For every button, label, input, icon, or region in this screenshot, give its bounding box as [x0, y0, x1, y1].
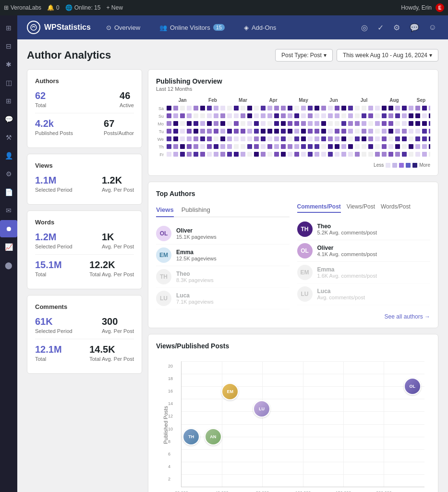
heatmap-table: Jan Feb Mar Apr May Jun Jul Aug Sep Oct — [156, 98, 430, 159]
scatter-point-ana[interactable]: AN — [205, 428, 222, 445]
author-info: Theo 5.2K Avg. comments/post — [317, 223, 377, 235]
admin-bar-new[interactable]: + New — [106, 4, 122, 11]
legend-cell-3 — [399, 163, 404, 168]
author-info: Emma 12.5K pageviews — [176, 249, 217, 261]
author-info: Oliver 15.1K pageviews — [176, 227, 217, 240]
author-name: Theo — [176, 271, 214, 277]
comments-total-avg: 14.5K Total Avg. Per Post — [89, 344, 134, 362]
author-stat: 5.2K Avg. comments/post — [317, 230, 377, 235]
list-item: TH Theo 5.2K Avg. comments/post — [297, 219, 431, 240]
sidebar-icon-pin[interactable]: ✱ — [0, 56, 17, 73]
scatter-chart-title: Views/Published Posts — [156, 342, 430, 350]
scatter-point-theo[interactable]: TH — [182, 428, 200, 445]
avatar: OL — [297, 243, 313, 258]
admin-bar-site[interactable]: ⊞ VeronaLabs — [4, 4, 41, 11]
authors-published: 4.2k Published Posts — [35, 118, 73, 136]
author-name: Emma — [317, 266, 377, 273]
right-panel: Publishing Overview Last 12 Months Jan F… — [148, 69, 438, 492]
legend-cell-2 — [392, 163, 397, 168]
words-total-avg-label: Total Avg. Per Post — [89, 271, 134, 277]
authors-published-label: Published Posts — [35, 130, 73, 136]
views-selected: 1.1M Selected Period — [35, 175, 73, 193]
gear-icon[interactable]: ⚙ — [391, 21, 402, 34]
plugin-header: WPStatistics ⊙ Overview 👥 Online Visitor… — [17, 15, 448, 39]
sidebar-icon-dashboard[interactable]: ⊟ — [0, 37, 17, 55]
words-bottom-row: 15.1M Total 12.2K Total Avg. Per Post — [35, 259, 134, 277]
sidebar-icon-pages[interactable]: 📄 — [0, 184, 17, 201]
legend-cell-5 — [412, 163, 417, 168]
plugin-logo[interactable]: WPStatistics — [27, 21, 91, 34]
sidebar-icon-user[interactable]: 👤 — [0, 147, 17, 164]
authors-published-value: 4.2k — [35, 118, 73, 129]
check-circle-icon[interactable]: ✓ — [375, 21, 386, 34]
admin-bar-notifications[interactable]: 🔔 0 — [47, 4, 60, 11]
words-total: 15.1M Total — [35, 259, 62, 277]
y-tick: 6 — [168, 452, 170, 456]
author-stat: 1.6K Avg. comments/post — [317, 273, 377, 279]
date-range-filter[interactable]: This week Aug 10 - Aug 16, 2024 ▾ — [337, 49, 438, 62]
admin-bar: ⊞ VeronaLabs 🔔 0 🌐 Online: 15 + New Howd… — [0, 0, 448, 15]
chevron-down-icon: ▾ — [324, 52, 327, 59]
scatter-chart-container: Published Posts — [156, 357, 430, 492]
sidebar-icon-grid[interactable]: ⊞ — [0, 92, 17, 110]
words-selected: 1.2M Selected Period — [35, 232, 73, 249]
heatmap-legend: Less More — [156, 162, 430, 168]
tab-views-post[interactable]: Views/Post — [347, 203, 375, 213]
sidebar-icon-tools[interactable]: ⚙ — [0, 165, 17, 183]
words-total-label: Total — [35, 271, 62, 277]
words-avg-label: Avg. Per Post — [102, 244, 134, 249]
words-card: Words 1.2M Selected Period 1K Avg. Per P… — [27, 210, 142, 289]
scatter-point-oliver[interactable]: OL — [404, 378, 421, 395]
nav-online-visitors[interactable]: 👥 Online Visitors 15 — [156, 22, 229, 33]
sidebar-icon-chart[interactable]: 📈 — [0, 238, 17, 256]
sidebar-icon-dot[interactable]: ⬤ — [0, 257, 17, 274]
comments-total: 12.1M Total — [35, 344, 62, 362]
nav-addons[interactable]: ◈ Add-Ons — [240, 22, 280, 33]
tab-comments-post[interactable]: Comments/Post — [297, 203, 341, 213]
y-tick: 14 — [168, 401, 173, 406]
post-type-filter[interactable]: Post Type: Post ▾ — [275, 49, 333, 62]
authors-card: Authors 62 Total 46 Active 4.2k Publi — [27, 69, 142, 148]
see-all-authors-link[interactable]: See all authors → — [156, 313, 430, 320]
authors-total-value: 62 — [35, 90, 46, 101]
comments-card: Comments 61K Selected Period 300 Avg. Pe… — [27, 295, 142, 374]
sidebar-icon-stats[interactable]: ◫ — [0, 74, 17, 91]
tab-views[interactable]: Views — [156, 203, 174, 217]
legend-cell-4 — [406, 163, 411, 168]
sidebar-icon-circle[interactable]: ⏺ — [0, 220, 17, 237]
sidebar-icon-wordpress[interactable]: ⊞ — [0, 19, 17, 37]
chat-icon[interactable]: 💬 — [408, 21, 421, 34]
top-authors-right: Comments/Post Views/Post Words/Post TH T… — [297, 203, 431, 309]
comments-selected-label: Selected Period — [35, 328, 73, 334]
scatter-point-emma[interactable]: EM — [221, 383, 239, 400]
author-info: Luca 7.1K pageviews — [176, 292, 214, 305]
words-total-avg: 12.2K Total Avg. Per Post — [89, 259, 134, 277]
y-tick: 16 — [168, 389, 173, 394]
smile-icon[interactable]: ☺ — [427, 21, 438, 34]
users-icon: 👥 — [159, 24, 167, 31]
list-item: LU Luca Avg. comments/post — [297, 283, 431, 305]
main-content: Author Analytics Post Type: Post ▾ This … — [17, 39, 448, 492]
sidebar-icon-wrench[interactable]: ⚒ — [0, 129, 17, 146]
comments-selected-value: 61K — [35, 316, 73, 327]
y-tick: 10 — [168, 427, 173, 431]
sidebar-icon-comment[interactable]: 💬 — [0, 111, 17, 128]
comments-avg-value: 300 — [102, 316, 134, 327]
tab-publishing[interactable]: Publishing — [182, 203, 210, 217]
views-selected-label: Selected Period — [35, 187, 73, 193]
sidebar-icon-email[interactable]: ✉ — [0, 202, 17, 219]
y-tick: 20 — [168, 364, 173, 369]
target-icon[interactable]: ◎ — [359, 21, 370, 34]
page-filters: Post Type: Post ▾ This week Aug 10 - Aug… — [275, 49, 438, 62]
nav-overview[interactable]: ⊙ Overview — [102, 22, 144, 33]
addons-icon: ◈ — [244, 24, 249, 31]
avatar: TH — [297, 221, 313, 237]
views-avg-label: Avg. Per Post — [102, 187, 134, 193]
views-avg: 1.2K Avg. Per Post — [102, 175, 134, 193]
list-item: OL Oliver 15.1K pageviews — [156, 223, 290, 245]
tab-words-post[interactable]: Words/Post — [381, 203, 411, 213]
authors-bottom-row: 4.2k Published Posts 67 Posts/Author — [35, 118, 134, 136]
admin-bar-online[interactable]: 🌐 Online: 15 — [65, 4, 101, 11]
wp-icon: ⊞ — [4, 4, 9, 11]
scatter-point-luca[interactable]: LU — [253, 400, 270, 418]
